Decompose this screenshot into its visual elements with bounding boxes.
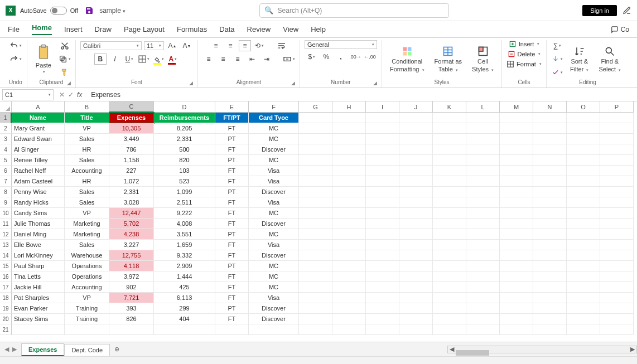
data-cell[interactable]: 1,659 — [154, 240, 215, 250]
currency-icon[interactable]: $▾ — [306, 51, 318, 62]
empty-cell[interactable] — [399, 113, 433, 123]
data-cell[interactable]: MC — [249, 208, 299, 219]
data-cell[interactable]: 3,028 — [109, 197, 154, 208]
data-cell[interactable]: 8,205 — [154, 123, 215, 134]
empty-cell[interactable] — [567, 303, 600, 314]
data-cell[interactable]: Discover — [249, 187, 299, 197]
format-cells-button[interactable]: Format▾ — [506, 60, 542, 68]
row-header[interactable]: 2 — [0, 123, 12, 134]
pen-icon[interactable] — [622, 6, 631, 15]
empty-cell[interactable] — [399, 282, 433, 293]
empty-cell[interactable] — [299, 240, 332, 250]
data-cell[interactable]: HR — [65, 144, 109, 155]
tab-formulas[interactable]: Formulas — [177, 25, 207, 33]
data-cell[interactable]: FT — [215, 293, 249, 303]
empty-cell[interactable] — [567, 219, 600, 229]
row-header[interactable]: 16 — [0, 271, 12, 282]
empty-cell[interactable] — [366, 303, 399, 314]
data-cell[interactable]: Operations — [65, 271, 109, 282]
empty-cell[interactable] — [366, 113, 399, 123]
row-header[interactable]: 3 — [0, 134, 12, 144]
table-header-cell[interactable]: FT/PT — [215, 113, 249, 123]
comments-button[interactable]: Co — [611, 26, 629, 33]
empty-cell[interactable] — [600, 240, 634, 250]
data-cell[interactable]: 1,099 — [154, 187, 215, 197]
empty-cell[interactable] — [600, 293, 634, 303]
empty-cell[interactable] — [299, 261, 332, 271]
data-cell[interactable]: 1,072 — [109, 176, 154, 187]
empty-cell[interactable] — [567, 166, 600, 176]
data-cell[interactable]: 3,972 — [109, 271, 154, 282]
empty-cell[interactable] — [533, 229, 567, 240]
data-cell[interactable]: 3,551 — [154, 229, 215, 240]
empty-cell[interactable] — [567, 314, 600, 324]
increase-decimal-icon[interactable]: .00→ — [349, 51, 361, 62]
empty-cell[interactable] — [399, 208, 433, 219]
data-cell[interactable]: Discover — [249, 144, 299, 155]
row-header[interactable]: 13 — [0, 240, 12, 250]
data-cell[interactable]: 299 — [154, 303, 215, 314]
empty-cell[interactable] — [533, 240, 567, 250]
empty-cell[interactable] — [366, 123, 399, 134]
paste-button[interactable]: Paste ▾ — [32, 42, 55, 76]
empty-cell[interactable] — [433, 271, 466, 282]
merge-center-icon[interactable]: ▾ — [283, 54, 295, 65]
empty-cell[interactable] — [466, 282, 500, 293]
empty-cell[interactable] — [433, 261, 466, 271]
empty-cell[interactable] — [299, 176, 332, 187]
empty-cell[interactable] — [466, 271, 500, 282]
empty-cell[interactable] — [433, 314, 466, 324]
align-right-icon[interactable]: ≡ — [231, 54, 244, 65]
sort-filter-button[interactable]: Sort &Filter ▾ — [567, 43, 592, 75]
empty-cell[interactable] — [299, 197, 332, 208]
empty-cell[interactable] — [567, 208, 600, 219]
data-cell[interactable]: VP — [65, 123, 109, 134]
empty-cell[interactable] — [299, 303, 332, 314]
empty-cell[interactable] — [600, 208, 634, 219]
empty-cell[interactable] — [600, 324, 634, 335]
empty-cell[interactable] — [366, 208, 399, 219]
data-cell[interactable]: 4,008 — [154, 219, 215, 229]
empty-cell[interactable] — [567, 134, 600, 144]
row-header[interactable]: 5 — [0, 155, 12, 166]
decrease-decimal-icon[interactable]: ←.00 — [364, 51, 376, 62]
empty-cell[interactable] — [399, 250, 433, 261]
row-header[interactable]: 21 — [0, 324, 12, 335]
row-header[interactable]: 15 — [0, 261, 12, 271]
empty-cell[interactable] — [500, 229, 533, 240]
column-header-H[interactable]: H — [332, 101, 366, 113]
data-cell[interactable]: Renee Tilley — [12, 155, 65, 166]
row-header[interactable]: 14 — [0, 250, 12, 261]
empty-cell[interactable] — [533, 324, 567, 335]
data-cell[interactable]: MC — [249, 134, 299, 144]
data-cell[interactable]: Visa — [249, 176, 299, 187]
data-cell[interactable]: 2,511 — [154, 197, 215, 208]
empty-cell[interactable] — [299, 134, 332, 144]
empty-cell[interactable] — [466, 240, 500, 250]
row-header[interactable]: 9 — [0, 197, 12, 208]
row-header[interactable]: 12 — [0, 229, 12, 240]
data-cell[interactable]: 1,444 — [154, 271, 215, 282]
data-cell[interactable]: 523 — [154, 176, 215, 187]
data-cell[interactable]: FT — [215, 176, 249, 187]
empty-cell[interactable] — [366, 324, 399, 335]
data-cell[interactable]: PT — [215, 134, 249, 144]
empty-cell[interactable] — [366, 229, 399, 240]
empty-cell[interactable] — [533, 144, 567, 155]
empty-cell[interactable] — [433, 303, 466, 314]
data-cell[interactable]: 820 — [154, 155, 215, 166]
empty-cell[interactable] — [399, 166, 433, 176]
data-cell[interactable]: Sales — [65, 197, 109, 208]
empty-cell[interactable] — [433, 113, 466, 123]
redo-button[interactable]: ▾ — [9, 54, 22, 65]
empty-cell[interactable] — [433, 208, 466, 219]
empty-cell[interactable] — [366, 155, 399, 166]
copy-button[interactable]: ▾ — [59, 54, 71, 65]
empty-cell[interactable] — [215, 324, 249, 335]
data-cell[interactable]: Warehouse — [65, 250, 109, 261]
bold-button[interactable]: B — [94, 54, 107, 65]
empty-cell[interactable] — [433, 155, 466, 166]
accept-formula-icon[interactable]: ✓ — [68, 91, 74, 99]
empty-cell[interactable] — [332, 303, 366, 314]
empty-cell[interactable] — [433, 229, 466, 240]
